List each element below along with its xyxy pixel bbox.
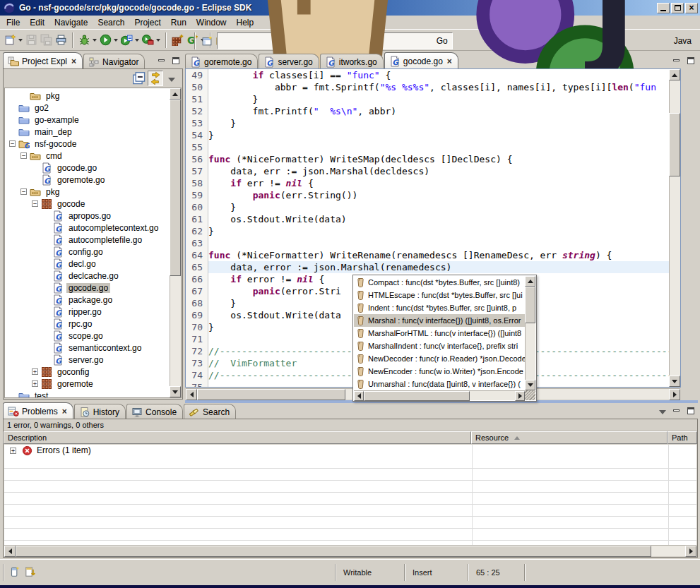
tree-item-scope-go[interactable]: Gscope.go <box>5 330 169 342</box>
completion-item-compact[interactable]: Compact : func(dst *bytes.Buffer, src []… <box>354 276 525 289</box>
code-line-52[interactable]: 52 fmt.Printf(" %s\n", abbr) <box>186 105 669 117</box>
problems-row-errors[interactable]: +Errors (1 item) <box>4 445 696 457</box>
collapse-expander-icon[interactable]: − <box>32 200 38 207</box>
scroll-down-button[interactable] <box>669 376 680 387</box>
scroll-left-button[interactable] <box>186 389 197 400</box>
expand-expander-icon[interactable]: + <box>32 380 38 387</box>
dropdown-arrow-icon[interactable] <box>18 39 23 42</box>
code-line-59[interactable]: 59 panic(err.String()) <box>186 189 669 201</box>
completion-item-marshalindent[interactable]: MarshalIndent : func(v interface{}, pref… <box>354 340 525 352</box>
scroll-right-button[interactable] <box>515 391 525 401</box>
completion-item-newdecoder[interactable]: NewDecoder : func(r io.Reader) *json.Dec… <box>354 352 525 365</box>
minimize-part-button[interactable] <box>670 55 682 66</box>
code-line-53[interactable]: 53 } <box>186 117 669 129</box>
close-tab-icon[interactable]: × <box>71 58 76 65</box>
code-line-65[interactable]: 65 data, error := json.Marshal(renamedes… <box>186 261 669 273</box>
column-header-path[interactable]: Path <box>668 431 697 444</box>
tree-item-pkg[interactable]: −pkg <box>5 186 169 198</box>
popup-vscrollbar[interactable] <box>525 276 535 390</box>
explorer-scrollbar[interactable] <box>170 88 181 397</box>
perspective-java[interactable]: JJava <box>455 32 696 49</box>
perspective-go[interactable]: Go <box>217 32 453 49</box>
completion-item-marshalforhtml[interactable]: MarshalForHTML : func(v interface{}) ([]… <box>354 327 525 340</box>
tab-problems[interactable]: Problems× <box>3 402 73 419</box>
code-line-63[interactable]: 63 <box>186 237 669 249</box>
tree-item-ripper-go[interactable]: Gripper.go <box>5 306 169 318</box>
new-package-button[interactable] <box>170 32 185 49</box>
tab-search[interactable]: Search <box>184 404 236 419</box>
collapse-all-button[interactable] <box>131 71 147 86</box>
external-tools-button[interactable] <box>141 32 162 49</box>
tree-item-main-dep[interactable]: main_dep <box>5 126 169 138</box>
scroll-left-button[interactable] <box>4 546 16 557</box>
editor-tab-gocode-go[interactable]: Ggocode.go× <box>384 52 458 69</box>
scroll-right-button[interactable] <box>685 546 696 557</box>
maximize-part-button[interactable] <box>170 55 182 66</box>
scroll-thumb[interactable] <box>669 113 680 176</box>
scroll-thumb[interactable] <box>197 389 345 400</box>
tree-item-go-example[interactable]: go-example <box>5 114 169 126</box>
tree-item-decl-go[interactable]: Gdecl.go <box>5 258 169 270</box>
popup-hscrollbar[interactable] <box>354 390 525 400</box>
scroll-up-button[interactable] <box>525 276 535 287</box>
code-line-55[interactable]: 55 <box>186 141 669 153</box>
new-wizard-button[interactable] <box>3 32 24 49</box>
tree-item-semanticcontext-go[interactable]: Gsemanticcontext.go <box>5 342 169 354</box>
close-button[interactable]: × <box>685 3 698 13</box>
minimize-part-button[interactable] <box>155 55 167 66</box>
dropdown-arrow-icon[interactable] <box>135 39 139 42</box>
tab-history[interactable]: History <box>74 404 126 419</box>
dropdown-arrow-icon[interactable] <box>156 39 160 42</box>
editor-vscrollbar[interactable] <box>669 69 680 387</box>
menu-run[interactable]: Run <box>166 16 191 29</box>
editor-tab-server-go[interactable]: Gserver.go <box>259 54 319 69</box>
tab-project-expl[interactable]: Project Expl× <box>3 52 83 69</box>
close-tab-icon[interactable]: × <box>447 58 452 65</box>
dropdown-arrow-icon[interactable] <box>114 39 118 42</box>
debug-button[interactable] <box>77 32 98 49</box>
problems-hscrollbar[interactable] <box>4 545 696 556</box>
maximize-button[interactable] <box>671 3 684 13</box>
tree-item-test[interactable]: test <box>5 390 169 397</box>
tree-item-goconfig[interactable]: +goconfig <box>5 366 169 378</box>
dropdown-arrow-icon[interactable] <box>93 39 97 42</box>
scroll-thumb[interactable] <box>16 546 651 557</box>
open-perspective-button[interactable] <box>200 32 215 49</box>
editor-tab-itworks-go[interactable]: Gitworks.go <box>320 54 384 69</box>
code-line-54[interactable]: 54} <box>186 129 669 141</box>
column-header-resource[interactable]: Resource <box>471 431 668 444</box>
menu-file[interactable]: File <box>1 16 25 29</box>
scroll-down-button[interactable] <box>525 380 535 390</box>
maximize-part-button[interactable] <box>684 405 696 416</box>
tree-item-apropos-go[interactable]: Gapropos.go <box>5 210 169 222</box>
collapse-expander-icon[interactable]: − <box>20 152 27 159</box>
scroll-up-button[interactable] <box>669 69 680 80</box>
column-header-description[interactable]: Description <box>4 431 471 444</box>
run-config-button[interactable] <box>119 32 141 49</box>
expand-expander-icon[interactable]: + <box>10 448 16 454</box>
view-menu-button[interactable] <box>164 71 179 86</box>
expand-expander-icon[interactable]: + <box>32 368 38 375</box>
tree-item-go2[interactable]: go2 <box>5 102 169 114</box>
menu-navigate[interactable]: Navigate <box>49 16 93 29</box>
tree-item-pkg[interactable]: pkg <box>5 90 169 102</box>
maximize-part-button[interactable] <box>684 55 696 66</box>
close-tab-icon[interactable]: × <box>62 408 67 415</box>
tree-item-gocode-go[interactable]: Ggocode.go <box>5 282 169 294</box>
tree-item-cmd[interactable]: −cmd <box>5 150 169 162</box>
code-line-49[interactable]: 49 if classes[i] == "func" { <box>186 69 669 81</box>
tree-item-gocode[interactable]: −gocode <box>5 198 169 210</box>
completion-item-htmlescape[interactable]: HTMLEscape : func(dst *bytes.Buffer, src… <box>354 289 525 301</box>
tree-item-rpc-go[interactable]: Grpc.go <box>5 318 169 330</box>
collapse-expander-icon[interactable]: − <box>9 140 16 147</box>
code-line-51[interactable]: 51 } <box>186 93 669 105</box>
tree-item-autocompletefile-go[interactable]: Gautocompletefile.go <box>5 234 169 246</box>
tree-item-nsf-gocode[interactable]: −Gnsf-gocode <box>5 138 169 150</box>
collapse-expander-icon[interactable]: − <box>20 188 27 195</box>
editor-tab-goremote-go[interactable]: Ggoremote.go <box>185 54 258 69</box>
code-line-56[interactable]: 56func (*NiceFormatter) WriteSMap(declde… <box>186 153 669 165</box>
link-editor-button[interactable] <box>148 71 163 86</box>
tab-console[interactable]: Console <box>126 404 183 419</box>
popup-resize-grip[interactable] <box>525 390 535 400</box>
scroll-left-button[interactable] <box>354 391 364 401</box>
